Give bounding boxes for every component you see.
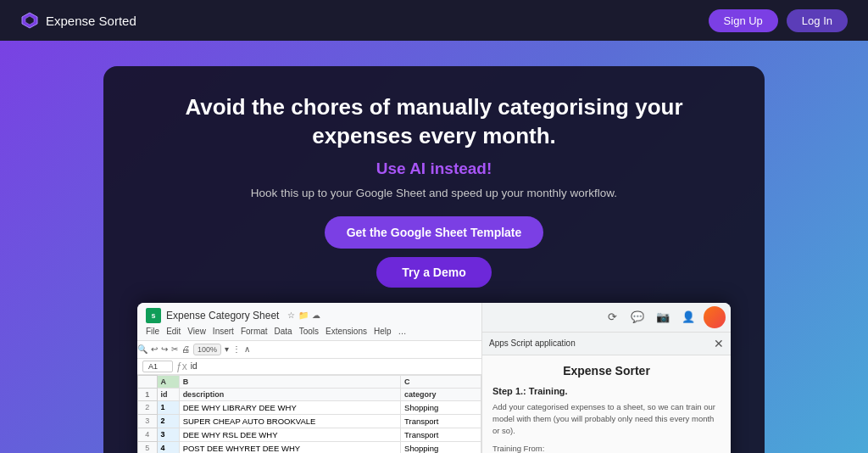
sheets-icon: s [146, 308, 161, 323]
row-num-4: 4 [138, 428, 158, 441]
nav-buttons: Sign Up Log In [709, 9, 848, 32]
screenshot-container: s Expense Category Sheet ☆ 📁 ☁ File Edit… [137, 303, 731, 453]
row-id-3: 2 [157, 414, 179, 428]
row-label-0: 1 [138, 388, 158, 400]
panel-header: Apps Script application ✕ [482, 333, 731, 355]
toolbar-more: ⋮ [232, 344, 241, 354]
hero-description: Hook this up to your Google Sheet and sp… [251, 187, 617, 199]
panel-content: Expense Sorter Step 1.: Training. Add yo… [482, 355, 731, 453]
signup-button[interactable]: Sign Up [709, 9, 778, 32]
toolbar-icon-5: 🖨 [181, 344, 190, 354]
user-icon[interactable]: 👤 [678, 307, 698, 327]
row-cat-2: Shopping [401, 400, 481, 414]
sheet-toolbar: 🔍 ↩ ↪ ✂ 🖨 100% ▾ ⋮ ∧ [137, 341, 481, 359]
logo: Expense Sorted [20, 11, 136, 30]
column-labels: 1 id description category [138, 388, 481, 400]
toolbar-icon-2: ↩ [151, 344, 158, 354]
formula-content: id [191, 361, 198, 371]
table-row: 4 3 DEE WHY RSL DEE WHY Transport [138, 428, 481, 441]
row-id-5: 4 [157, 441, 179, 453]
panel-step1-label: Step 1.: Training. [492, 386, 721, 396]
row-desc-3: SUPER CHEAP AUTO BROOKVALE [179, 414, 400, 428]
get-template-button[interactable]: Get the Google Sheet Template [325, 216, 544, 249]
zoom-level[interactable]: 100% [193, 344, 221, 355]
col-header-id: A [157, 375, 179, 388]
logo-text: Expense Sorted [46, 14, 136, 28]
panel-app-label: Apps Script application [489, 338, 576, 348]
sheet-title-row: s Expense Category Sheet ☆ 📁 ☁ [146, 308, 473, 323]
sidebar-panel: ⟳ 💬 📷 👤 Apps Script application ✕ Expens… [481, 303, 731, 453]
formula-divider: ƒx [176, 361, 187, 372]
table-header: A B C [138, 375, 481, 388]
col-label-cat: category [401, 388, 481, 400]
menu-format[interactable]: Format [241, 327, 268, 336]
row-cat-3: Transport [401, 414, 481, 428]
row-id-4: 3 [157, 428, 179, 441]
table-row: 3 2 SUPER CHEAP AUTO BROOKVALE Transport [138, 414, 481, 428]
try-demo-button[interactable]: Try a Demo [376, 257, 491, 288]
google-sheet-mock: s Expense Category Sheet ☆ 📁 ☁ File Edit… [137, 303, 481, 453]
toolbar-arrow: ∧ [244, 344, 250, 354]
panel-step1-desc: Add your categorised expenses to a sheet… [492, 401, 721, 438]
folder-icon: 📁 [298, 310, 309, 320]
row-desc-4: DEE WHY RSL DEE WHY [179, 428, 400, 441]
col-header-cat: C [401, 375, 481, 388]
hero-title: Avoid the chores of manually categorisin… [137, 93, 731, 151]
panel-training-label: Training From: [492, 444, 721, 453]
row-desc-2: DEE WHY LIBRARY DEE WHY [179, 400, 400, 414]
menu-extensions[interactable]: Extensions [326, 327, 367, 336]
star-icon: ☆ [287, 310, 295, 320]
table-row: 5 4 POST DEE WHYRET DEE WHY Shopping [138, 441, 481, 453]
menu-view[interactable]: View [187, 327, 206, 336]
chat-icon[interactable]: 💬 [627, 307, 648, 327]
col-label-id: id [157, 388, 179, 400]
row-id-2: 1 [157, 400, 179, 414]
cell-reference[interactable]: A1 [142, 361, 173, 372]
panel-title: Expense Sorter [492, 364, 721, 378]
toolbar-icon-4: ✂ [171, 344, 178, 354]
menu-more[interactable]: … [398, 327, 407, 336]
sheet-table: A B C 1 id description category 2 1 [137, 375, 481, 453]
col-num [138, 375, 158, 388]
close-icon[interactable]: ✕ [714, 337, 724, 350]
hero-section: Avoid the chores of manually categorisin… [0, 41, 868, 453]
toolbar-icon-1: 🔍 [137, 344, 147, 354]
panel-toolbar: ⟳ 💬 📷 👤 [482, 303, 731, 333]
row-cat-4: Transport [401, 428, 481, 441]
row-desc-5: POST DEE WHYRET DEE WHY [179, 441, 400, 453]
row-cat-5: Shopping [401, 441, 481, 453]
user-avatar[interactable] [704, 306, 726, 328]
menu-help[interactable]: Help [374, 327, 392, 336]
navbar: Expense Sorted Sign Up Log In [0, 0, 868, 41]
login-button[interactable]: Log In [787, 9, 848, 32]
toolbar-icon-6: ▾ [225, 344, 229, 354]
hero-card: Avoid the chores of manually categorisin… [103, 66, 765, 453]
hero-subtitle: Use AI instead! [376, 159, 492, 178]
menu-file[interactable]: File [146, 327, 159, 336]
cloud-icon: ☁ [312, 310, 320, 320]
menu-tools[interactable]: Tools [299, 327, 319, 336]
formula-bar: A1 ƒx id [137, 359, 481, 375]
menu-data[interactable]: Data [275, 327, 292, 336]
col-header-desc: B [179, 375, 400, 388]
sheet-title-icons: ☆ 📁 ☁ [287, 310, 320, 320]
row-num-3: 3 [138, 414, 158, 428]
menu-edit[interactable]: Edit [166, 327, 181, 336]
toolbar-icon-3: ↪ [161, 344, 168, 354]
sheet-body: 2 1 DEE WHY LIBRARY DEE WHY Shopping 3 2… [138, 400, 481, 453]
row-num-5: 5 [138, 441, 158, 453]
logo-icon [20, 11, 39, 30]
row-num-2: 2 [138, 400, 158, 414]
sheet-header: s Expense Category Sheet ☆ 📁 ☁ File Edit… [137, 303, 481, 341]
sheet-title: Expense Category Sheet [166, 310, 279, 322]
camera-icon[interactable]: 📷 [653, 307, 673, 327]
menu-insert[interactable]: Insert [213, 327, 234, 336]
sheet-menu: File Edit View Insert Format Data Tools … [146, 325, 473, 338]
table-row: 2 1 DEE WHY LIBRARY DEE WHY Shopping [138, 400, 481, 414]
col-label-desc: description [179, 388, 400, 400]
history-icon[interactable]: ⟳ [602, 307, 622, 327]
